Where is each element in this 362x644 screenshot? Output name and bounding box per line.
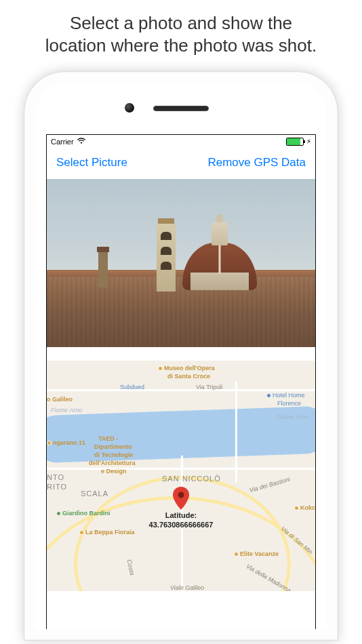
map-district-rito: RITO	[47, 483, 67, 491]
charging-icon: ⚡︎	[306, 138, 311, 145]
status-bar: Carrier ⚡︎	[47, 135, 315, 148]
phone-frame: Carrier ⚡︎ S	[24, 71, 338, 641]
map-poi-museo2: di Santa Croce	[167, 373, 210, 380]
phone-screen: Carrier ⚡︎ S	[46, 134, 316, 629]
map-road-bastioni: Via dei Bastioni	[249, 476, 291, 494]
remove-gps-button[interactable]: Remove GPS Data	[207, 156, 306, 169]
battery-icon	[286, 138, 304, 146]
map-district-sanniccolo: SAN NICCOLÒ	[162, 475, 221, 483]
river	[47, 405, 315, 463]
map-poi-taed5: e Design	[101, 468, 127, 475]
map-poi-beppa: La Beppa Fioraia	[79, 529, 135, 536]
map-gap	[47, 347, 315, 361]
status-left: Carrier	[51, 138, 86, 146]
map-poi-museo: Museo dell'Opera	[158, 365, 215, 371]
phone-speaker	[153, 106, 209, 111]
wifi-icon	[77, 138, 86, 146]
promo-line-1: Select a photo and show the	[14, 12, 348, 35]
map-poi-taed3: di Tecnologie	[94, 451, 133, 458]
map-pin-label: Latitude: 43.7630866666667	[149, 511, 214, 530]
map-poi-elite: Elite Vacanze	[234, 550, 279, 557]
status-right: ⚡︎	[286, 138, 311, 146]
map-poi-ngarano: ngarano 11	[47, 439, 85, 446]
svg-point-0	[178, 492, 184, 498]
pin-title: Latitude:	[165, 511, 197, 519]
map-label-tripoli: Via Tripoli	[196, 384, 222, 390]
promo-heading: Select a photo and show the location whe…	[0, 0, 362, 71]
pin-value: 43.7630866666667	[149, 521, 214, 529]
map-road-vgalileo: Viale Galileo	[170, 584, 204, 591]
map-label-subdued: Subdued	[120, 384, 144, 390]
map-district-scala: SCALA	[81, 489, 108, 498]
map-pin-icon[interactable]	[172, 487, 190, 511]
map-poi-koko: Kokc	[294, 504, 315, 511]
map-poi-hotel: Hotel Home	[266, 392, 305, 399]
map-view[interactable]: Museo dell'Opera di Santa Croce Subdued …	[47, 361, 315, 591]
map-poi-taed4: dell'Architettura	[89, 460, 136, 466]
map-poi-galileo: o Galileo	[47, 396, 73, 403]
promo-line-2: location where the photo was shot.	[14, 35, 348, 57]
phone-bezel: Carrier ⚡︎ S	[35, 83, 327, 629]
map-poi-taed2: Dipartimento	[94, 443, 132, 450]
map-label-fiume-l: Fiume Arno	[51, 407, 82, 414]
map-poi-hotel2: Florence	[277, 400, 301, 407]
map-poi-taed: TAED -	[98, 435, 118, 442]
map-poi-bardini: Giardino Bardini	[56, 510, 110, 517]
toolbar: Select Picture Remove GPS Data	[47, 148, 315, 179]
map-label-fiume-r: Fiume Arno	[277, 414, 308, 420]
carrier-label: Carrier	[51, 138, 74, 146]
select-picture-button[interactable]: Select Picture	[56, 156, 127, 169]
map-district-nto: NTO	[47, 473, 64, 481]
photo-preview[interactable]	[47, 179, 315, 347]
phone-camera	[125, 103, 134, 113]
